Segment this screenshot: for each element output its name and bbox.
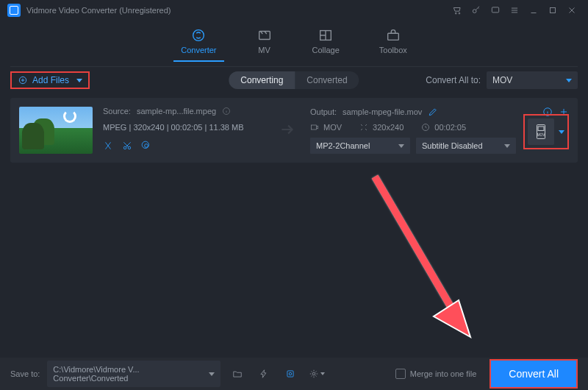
svg-rect-22 — [287, 371, 293, 377]
tab-converter[interactable]: Converter — [176, 26, 220, 56]
tab-converted[interactable]: Converted — [295, 71, 359, 89]
out-duration: 00:02:05 — [434, 123, 466, 132]
out-resolution: 320x240 — [373, 123, 404, 132]
save-to-label: Save to: — [10, 369, 40, 378]
tab-converting[interactable]: Converting — [229, 71, 295, 89]
resolution-icon — [359, 123, 368, 132]
window-minimize[interactable] — [525, 1, 542, 19]
chevron-down-icon — [76, 79, 82, 82]
svg-marker-21 — [434, 300, 470, 337]
plus-circle-icon — [18, 75, 28, 85]
tab-mv[interactable]: MV — [252, 26, 277, 56]
source-meta: MPEG | 320x240 | 00:02:05 | 11.38 MB — [103, 123, 265, 132]
subbar: Add Files Converting Converted Convert A… — [0, 67, 588, 93]
toolbox-icon — [385, 28, 401, 43]
subtitle-select[interactable]: Subtitle Disabled — [416, 138, 516, 154]
svg-point-2 — [473, 10, 476, 13]
source-file: sample-mp...file.mpeg — [137, 107, 216, 116]
settings-icon[interactable] — [307, 364, 326, 383]
video-icon — [310, 123, 319, 132]
output-label: Output: — [310, 107, 337, 116]
add-files-label: Add Files — [32, 75, 69, 85]
svg-rect-8 — [387, 33, 398, 40]
svg-rect-19 — [538, 127, 544, 131]
window-maximize[interactable] — [544, 1, 562, 19]
file-row: Source: sample-mp...file.mpeg MPEG | 320… — [10, 98, 578, 163]
key-icon[interactable] — [467, 1, 485, 19]
menu-icon[interactable] — [506, 1, 523, 19]
out-format: MOV — [323, 123, 342, 132]
svg-point-23 — [290, 372, 293, 375]
app-logo — [7, 4, 21, 17]
save-path-select[interactable]: C:\Vidmore\Vidmore V... Converter\Conver… — [47, 361, 220, 387]
titlebar: Vidmore Video Converter (Unregistered) — [0, 0, 588, 21]
svg-text:MOV: MOV — [537, 133, 546, 137]
source-label: Source: — [103, 107, 131, 116]
chevron-down-icon — [566, 79, 572, 82]
clock-icon — [421, 123, 430, 132]
convert-all-to: Convert All to: MOV — [426, 71, 578, 89]
collage-icon — [318, 28, 334, 43]
svg-rect-6 — [259, 32, 270, 40]
mv-icon — [257, 28, 273, 43]
source-block: Source: sample-mp...file.mpeg MPEG | 320… — [103, 107, 265, 153]
checkbox-icon — [395, 369, 406, 379]
svg-rect-4 — [551, 8, 556, 13]
enhance-icon[interactable] — [141, 141, 151, 153]
gpu-accel-icon[interactable] — [281, 364, 300, 383]
tab-toolbox-label: Toolbox — [379, 46, 407, 54]
arrow-right-icon — [278, 120, 297, 141]
file-format-icon: MOV — [534, 124, 548, 140]
svg-point-24 — [313, 372, 316, 375]
open-folder-button[interactable] — [228, 364, 247, 383]
feedback-icon[interactable] — [487, 1, 504, 19]
svg-point-1 — [459, 13, 460, 14]
window-close[interactable] — [563, 1, 581, 19]
chevron-down-icon — [559, 130, 564, 134]
convert-all-to-value: MOV — [492, 75, 512, 85]
svg-point-13 — [145, 144, 148, 148]
converter-icon — [190, 28, 207, 43]
file-list: Source: sample-mp...file.mpeg MPEG | 320… — [0, 93, 588, 167]
footer: Save to: C:\Vidmore\Vidmore V... Convert… — [0, 358, 588, 390]
tab-collage[interactable]: Collage — [308, 26, 344, 56]
cut-icon[interactable] — [122, 141, 132, 153]
convert-all-to-label: Convert All to: — [426, 75, 481, 85]
merge-label: Merge into one file — [410, 369, 477, 378]
chevron-down-icon — [504, 144, 510, 148]
tab-toolbox[interactable]: Toolbox — [375, 26, 412, 56]
chevron-down-icon — [398, 144, 404, 148]
convert-all-to-select[interactable]: MOV — [487, 71, 578, 89]
output-format-button[interactable]: MOV — [523, 114, 569, 149]
add-files-button[interactable]: Add Files — [10, 71, 90, 89]
status-toggle: Converting Converted — [229, 71, 359, 89]
tab-converter-label: Converter — [181, 46, 216, 54]
main-tabs: Converter MV Collage Toolbox — [0, 21, 588, 62]
convert-all-button[interactable]: Convert All — [490, 359, 578, 389]
svg-point-5 — [193, 30, 204, 41]
svg-rect-16 — [312, 125, 317, 130]
svg-rect-3 — [492, 7, 498, 13]
merge-checkbox[interactable]: Merge into one file — [395, 369, 477, 379]
info-icon[interactable] — [222, 107, 231, 116]
edit-icon[interactable] — [428, 107, 438, 117]
edit-tools — [103, 141, 265, 153]
cart-icon[interactable] — [448, 1, 466, 19]
annotation-arrow — [360, 169, 478, 338]
video-thumbnail[interactable] — [19, 107, 93, 154]
tab-collage-label: Collage — [312, 46, 340, 54]
tab-mv-label: MV — [258, 46, 270, 54]
audio-select[interactable]: MP2-2Channel — [310, 138, 410, 154]
chevron-down-icon — [209, 372, 215, 376]
trim-icon[interactable] — [103, 141, 113, 153]
app-title: Vidmore Video Converter (Unregistered) — [26, 6, 171, 15]
output-file: sample-mpeg-file.mov — [343, 107, 422, 116]
svg-point-0 — [455, 13, 456, 14]
lightning-icon[interactable] — [254, 364, 273, 383]
save-path-value: C:\Vidmore\Vidmore V... Converter\Conver… — [53, 365, 209, 383]
